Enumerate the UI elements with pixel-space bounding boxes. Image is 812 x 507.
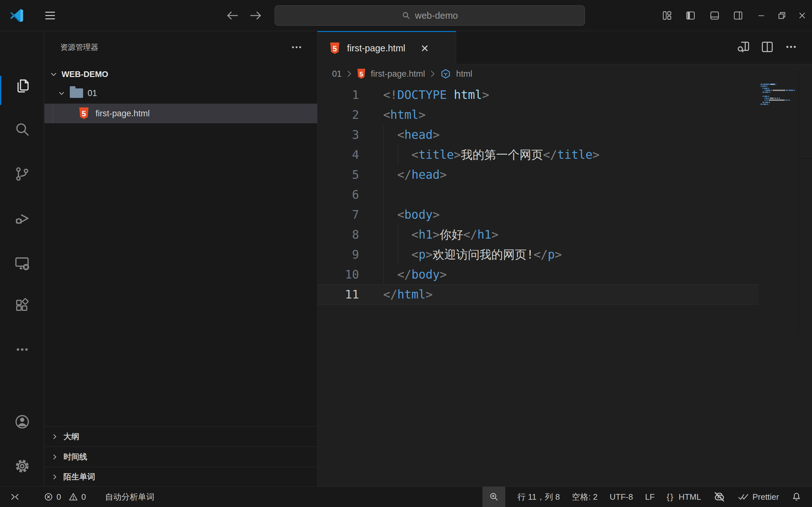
- code-line[interactable]: 11</html>: [317, 285, 812, 304]
- section-outline[interactable]: 大纲: [44, 426, 317, 447]
- code-text: </html>: [383, 285, 433, 304]
- folder-label: 01: [88, 89, 97, 98]
- line-number: 7: [317, 205, 359, 225]
- language-mode-status[interactable]: {} HTML: [667, 492, 701, 502]
- minimap-line: [761, 90, 796, 91]
- remote-explorer-icon[interactable]: [0, 244, 44, 282]
- minimap-line: [761, 86, 768, 87]
- problems-indicator[interactable]: 0 0: [44, 492, 86, 502]
- formatter-status[interactable]: Prettier: [738, 492, 779, 502]
- open-preview-icon[interactable]: [734, 38, 752, 56]
- cursor-position-status[interactable]: 行 11，列 8: [517, 492, 560, 503]
- command-center-search[interactable]: web-demo: [275, 5, 585, 26]
- code-line[interactable]: 9 <p>欢迎访问我的网页!</p>: [317, 245, 812, 265]
- code-text: <h1>你好</h1>: [383, 225, 499, 245]
- section-vocabulary[interactable]: 陌生单词: [44, 467, 317, 487]
- tree-indent-guide: [53, 104, 53, 123]
- chevron-right-icon: [51, 453, 58, 461]
- code-line[interactable]: 10 </body>: [317, 265, 812, 285]
- run-debug-icon[interactable]: [0, 199, 44, 237]
- code-text: <body>: [383, 205, 440, 225]
- code-line[interactable]: 4 <title>我的第一个网页</title>: [317, 145, 812, 165]
- line-number: 10: [317, 265, 359, 285]
- code-line[interactable]: 5 </head>: [317, 165, 812, 185]
- workspace-root-row[interactable]: WEB-DEMO: [44, 66, 317, 83]
- double-check-icon: [738, 493, 749, 501]
- more-views-ellipsis-icon[interactable]: [0, 331, 44, 369]
- explorer-actions-ellipsis-icon[interactable]: [291, 43, 302, 51]
- file-row-selected[interactable]: 5 first-page.html: [44, 104, 317, 123]
- code-line[interactable]: 8 <h1>你好</h1>: [317, 225, 812, 245]
- tab-close-icon[interactable]: ✕: [420, 43, 429, 55]
- sidebar-title-label: 资源管理器: [60, 42, 98, 52]
- activity-bar: [0, 32, 44, 487]
- code-line[interactable]: 1<!DOCTYPE html>: [317, 85, 812, 105]
- minimap-line: [761, 96, 770, 97]
- search-view-icon[interactable]: [0, 111, 44, 149]
- breadcrumb-symbol[interactable]: html: [456, 69, 472, 79]
- notifications-bell-icon[interactable]: [791, 492, 802, 502]
- indentation-status[interactable]: 空格: 2: [572, 492, 598, 503]
- window-close-icon[interactable]: [793, 0, 811, 31]
- html5-file-icon: 5: [329, 43, 340, 55]
- code-line[interactable]: 3 <head>: [317, 125, 812, 145]
- encoding-status[interactable]: UTF-8: [610, 492, 633, 502]
- status-bar: 0 0 自动分析单词 行 11，列 8 空格: 2: [0, 487, 812, 507]
- breadcrumb-folder[interactable]: 01: [332, 69, 342, 79]
- eol-status[interactable]: LF: [645, 492, 655, 502]
- language-label: HTML: [678, 492, 701, 502]
- explorer-files-icon[interactable]: [0, 67, 44, 105]
- folder-row[interactable]: 01: [44, 84, 317, 102]
- extensions-icon[interactable]: [0, 287, 44, 325]
- code-text: <title>我的第一个网页</title>: [383, 145, 600, 165]
- chevron-right-icon: [51, 433, 58, 441]
- section-timeline-label: 时间线: [63, 452, 87, 462]
- copilot-status[interactable]: [713, 491, 726, 503]
- html5-file-icon: 5: [357, 69, 366, 79]
- file-label: first-page.html: [96, 109, 150, 118]
- code-line[interactable]: 2<html>: [317, 105, 812, 125]
- line-number: 4: [317, 145, 359, 165]
- sidebar-title: 资源管理器: [44, 32, 317, 63]
- section-timeline[interactable]: 时间线: [44, 447, 317, 467]
- menu-hamburger-icon[interactable]: [41, 0, 60, 31]
- section-outline-label: 大纲: [63, 431, 79, 442]
- settings-gear-icon[interactable]: [0, 447, 44, 485]
- workspace-label: WEB-DEMO: [61, 69, 108, 79]
- code-text: <html>: [383, 105, 426, 125]
- html5-glyph: 5: [359, 70, 363, 78]
- toggle-sidebar-icon[interactable]: [681, 0, 700, 31]
- minimap-line: [761, 100, 791, 101]
- account-icon[interactable]: [0, 403, 44, 441]
- braces-icon: {}: [667, 492, 674, 502]
- code-line[interactable]: 6: [317, 185, 812, 205]
- window-minimize-icon[interactable]: [752, 0, 770, 31]
- source-control-icon[interactable]: [0, 155, 44, 193]
- forward-arrow-icon[interactable]: [246, 0, 265, 31]
- remote-indicator[interactable]: [9, 492, 20, 502]
- toggle-panel-icon[interactable]: [705, 0, 724, 31]
- code-lines: 1<!DOCTYPE html>2<html>3 <head>4 <title>…: [317, 85, 812, 304]
- code-editor[interactable]: 1<!DOCTYPE html>2<html>3 <head>4 <title>…: [317, 85, 812, 487]
- window-restore-icon[interactable]: [773, 0, 791, 31]
- toggle-secondary-sidebar-icon[interactable]: [728, 0, 748, 31]
- chevron-right-icon: [51, 473, 58, 481]
- breadcrumb-file[interactable]: first-page.html: [371, 69, 425, 79]
- zoom-indicator-button[interactable]: [483, 487, 505, 507]
- word-analyzer-status[interactable]: 自动分析单词: [105, 492, 154, 503]
- back-arrow-icon[interactable]: [223, 0, 242, 31]
- split-editor-icon[interactable]: [758, 38, 776, 56]
- minimap-line: [761, 92, 771, 93]
- minimap[interactable]: [761, 83, 799, 109]
- minimap-line: [761, 88, 770, 89]
- search-icon: [402, 11, 410, 20]
- tab-first-page[interactable]: 5 first-page.html ✕: [317, 31, 456, 65]
- minimap-line: [761, 98, 780, 99]
- html5-file-icon: 5: [79, 107, 89, 119]
- html5-glyph: 5: [333, 44, 337, 53]
- line-number: 11: [317, 285, 359, 304]
- title-bar: web-demo: [0, 0, 812, 31]
- customize-layout-icon[interactable]: [658, 0, 676, 31]
- code-line[interactable]: 7 <body>: [317, 205, 812, 225]
- editor-more-actions-icon[interactable]: [782, 38, 800, 56]
